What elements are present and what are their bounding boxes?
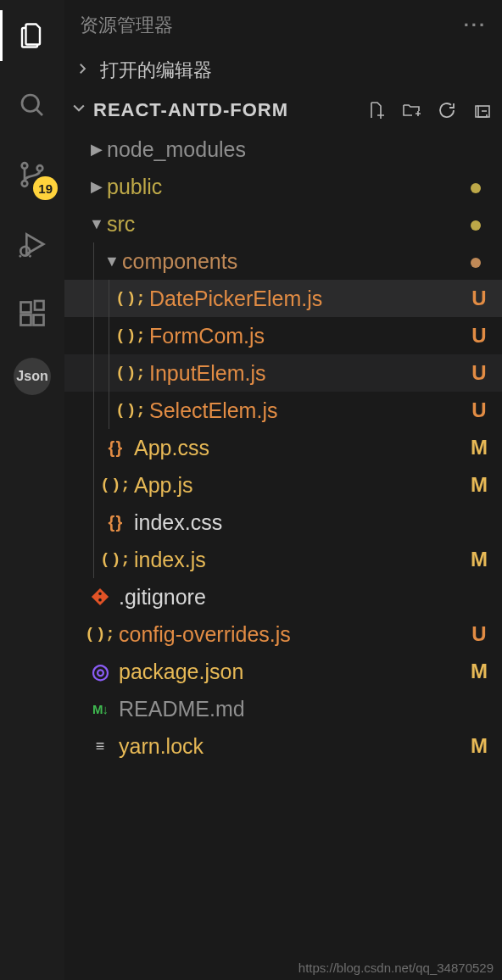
git-status-badge: U xyxy=(468,622,490,646)
activity-run[interactable] xyxy=(12,224,53,264)
activity-json-ext[interactable]: Json xyxy=(14,358,51,395)
file-row[interactable]: ≡yarn.lockM xyxy=(64,727,502,765)
project-header-actions xyxy=(365,99,494,121)
triangle-down-icon: ▼ xyxy=(86,215,107,233)
refresh-icon[interactable] xyxy=(436,99,458,121)
json-file-icon: ◎ xyxy=(86,660,114,683)
git-status-badge: U xyxy=(468,398,490,422)
folder-label: node_modules xyxy=(107,137,490,162)
new-file-icon[interactable] xyxy=(365,99,387,121)
git-status-badge: U xyxy=(468,287,490,310)
git-status-badge: M xyxy=(468,660,490,683)
css-file-icon: { } xyxy=(102,438,129,458)
js-file-icon: ( ); xyxy=(117,289,144,308)
status-dot xyxy=(468,175,490,198)
file-row[interactable]: ( );config-overrides.jsU xyxy=(64,615,502,653)
folder-row[interactable]: ▼src xyxy=(64,205,502,242)
triangle-right-icon: ▶ xyxy=(86,140,107,159)
git-status-badge: U xyxy=(468,361,490,385)
file-label: package.json xyxy=(119,660,468,684)
js-file-icon: ( ); xyxy=(117,401,144,420)
file-tree: ▶node_modules▶public▼src▼components( );D… xyxy=(64,131,502,980)
folder-row[interactable]: ▼components xyxy=(64,242,502,280)
git-status-badge: M xyxy=(468,734,490,758)
collapse-all-icon[interactable] xyxy=(471,99,494,121)
folder-label: components xyxy=(122,249,468,274)
activity-explorer[interactable] xyxy=(12,15,53,56)
file-row[interactable]: ◎package.jsonM xyxy=(64,653,502,690)
file-row[interactable]: ( );DatePickerElem.jsU xyxy=(64,280,502,317)
triangle-right-icon: ▶ xyxy=(86,177,107,196)
scm-badge: 19 xyxy=(33,176,58,200)
explorer-panel: 资源管理器 ··· 打开的编辑器 REACT-ANTD-FORM xyxy=(64,0,502,980)
activity-scm[interactable]: 19 xyxy=(12,154,53,195)
section-open-editors[interactable]: 打开的编辑器 xyxy=(64,51,502,90)
svg-rect-8 xyxy=(35,301,44,310)
status-dot xyxy=(468,212,490,236)
folder-label: public xyxy=(107,175,468,199)
explorer-title-bar: 资源管理器 ··· xyxy=(64,0,502,51)
git-status-badge: M xyxy=(468,473,490,497)
file-row[interactable]: ( );InputElem.jsU xyxy=(64,354,502,392)
extensions-icon xyxy=(17,298,47,329)
file-label: index.js xyxy=(134,548,468,572)
svg-point-3 xyxy=(37,165,43,171)
file-row[interactable]: { }App.cssM xyxy=(64,429,502,466)
file-row[interactable]: ( );FormCom.jsU xyxy=(64,317,502,354)
new-folder-icon[interactable] xyxy=(400,99,422,121)
svg-point-0 xyxy=(22,95,39,112)
open-editors-label: 打开的编辑器 xyxy=(100,58,212,83)
file-label: App.js xyxy=(134,473,468,498)
svg-rect-7 xyxy=(34,315,44,326)
watermark: https://blog.csdn.net/qq_34870529 xyxy=(298,961,494,975)
file-label: DatePickerElem.js xyxy=(149,287,468,311)
folder-row[interactable]: ▶public xyxy=(64,168,502,205)
chevron-down-icon xyxy=(70,99,88,121)
file-row[interactable]: .gitignore xyxy=(64,578,502,615)
file-label: SelectElem.js xyxy=(149,398,468,423)
file-label: config-overrides.js xyxy=(119,622,468,647)
file-label: index.css xyxy=(134,510,490,535)
json-ext-label: Json xyxy=(16,369,47,384)
activity-bar: 19 Json xyxy=(0,0,64,980)
markdown-file-icon: M↓ xyxy=(86,702,114,716)
file-row[interactable]: ( );App.jsM xyxy=(64,466,502,504)
run-debug-icon xyxy=(15,227,49,261)
file-label: README.md xyxy=(119,697,490,721)
file-label: yarn.lock xyxy=(119,734,468,759)
folder-label: src xyxy=(107,212,468,237)
js-file-icon: ( ); xyxy=(117,364,144,382)
more-icon[interactable]: ··· xyxy=(464,14,487,36)
chevron-right-icon xyxy=(73,59,92,81)
file-label: .gitignore xyxy=(119,585,490,610)
svg-point-2 xyxy=(22,181,28,187)
file-label: InputElem.js xyxy=(149,361,468,386)
git-file-icon xyxy=(86,587,114,606)
js-file-icon: ( ); xyxy=(102,550,129,569)
svg-rect-5 xyxy=(21,303,31,313)
svg-rect-6 xyxy=(21,315,31,326)
js-file-icon: ( ); xyxy=(102,476,129,494)
file-row[interactable]: ( );SelectElem.jsU xyxy=(64,392,502,429)
folder-row[interactable]: ▶node_modules xyxy=(64,131,502,168)
activity-extensions[interactable] xyxy=(12,293,53,334)
js-file-icon: ( ); xyxy=(117,326,144,345)
triangle-down-icon: ▼ xyxy=(102,253,122,270)
svg-point-4 xyxy=(20,247,30,256)
text-file-icon: ≡ xyxy=(86,738,114,755)
project-name: REACT-ANTD-FORM xyxy=(93,99,360,121)
activity-search[interactable] xyxy=(12,85,53,125)
file-row[interactable]: { }index.css xyxy=(64,504,502,541)
git-status-badge: M xyxy=(468,548,490,571)
files-icon xyxy=(17,20,47,51)
project-header[interactable]: REACT-ANTD-FORM xyxy=(64,90,502,131)
file-label: FormCom.js xyxy=(149,324,468,348)
js-file-icon: ( ); xyxy=(86,625,114,643)
git-status-badge: M xyxy=(468,436,490,459)
svg-point-1 xyxy=(22,163,28,169)
file-row[interactable]: ( );index.jsM xyxy=(64,541,502,578)
search-icon xyxy=(17,90,47,120)
file-row[interactable]: M↓README.md xyxy=(64,690,502,727)
status-dot xyxy=(468,249,490,273)
css-file-icon: { } xyxy=(102,513,129,532)
